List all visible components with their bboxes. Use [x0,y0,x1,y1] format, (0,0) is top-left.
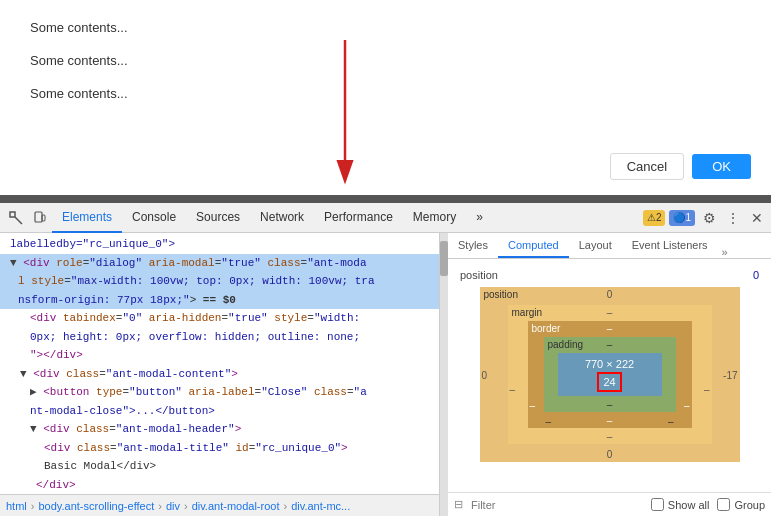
tab-network[interactable]: Network [250,203,314,233]
device-icon[interactable] [28,206,52,230]
html-line3: 0px; height: 0px; overflow: hidden; outl… [0,328,439,347]
html-line-selected3: nsform-origin: 77px 18px;"> == $0 [0,291,439,310]
bm-content: 770 × 222 24 [558,353,662,396]
bm-padding-label: padding [544,337,588,352]
bm-margin-label: margin [508,305,547,320]
html-line-selected: ▼ <div role="dialog" aria-modal="true" c… [0,254,439,273]
tab-computed[interactable]: Computed [498,234,569,258]
html-line9: <div class="ant-modal-title" id="rc_uniq… [0,439,439,458]
position-label: position [460,269,498,281]
svg-rect-5 [42,215,45,221]
info-icon: 🔵 [673,212,685,223]
html-line11: </div> [0,476,439,495]
inspect-icon[interactable] [4,206,28,230]
bm-padding-top: – [607,339,613,350]
bm-top-pos: 0 [607,289,613,300]
tab-more[interactable]: » [466,203,493,233]
breadcrumb-modal[interactable]: div.ant-mc... [291,500,350,512]
svg-rect-4 [35,212,42,222]
bm-border-right: – [684,400,690,411]
tab-performance[interactable]: Performance [314,203,403,233]
bm-content-bottom: 24 [603,376,615,388]
modal-buttons: Cancel OK [610,153,751,180]
filter-icon: ⊟ [454,498,463,511]
tab-layout[interactable]: Layout [569,234,622,258]
box-model-visual: position 0 -17 0 0 margin – – – – [480,287,740,462]
html-line: labelledby="rc_unique_0"> [0,235,439,254]
bm-bottom-pos: 0 [607,449,613,460]
tab-sources[interactable]: Sources [186,203,250,233]
position-value: 0 [753,269,759,281]
show-all-group: Show all [651,498,710,511]
svg-rect-2 [10,212,15,217]
styles-panel: Styles Computed Layout Event Listeners »… [448,233,771,516]
tab-styles[interactable]: Styles [448,234,498,258]
position-row: position 0 [456,267,763,283]
more-options-icon[interactable]: ⋮ [723,208,743,228]
breadcrumb-modal-root[interactable]: div.ant-modal-root [192,500,280,512]
tab-console[interactable]: Console [122,203,186,233]
styles-tab-more[interactable]: » [718,246,732,258]
bm-margin-left: – [510,384,516,395]
modal-line-1: Some contents... [30,20,741,35]
bm-border-left: – [530,400,536,411]
bm-margin-bottom: – [607,431,613,442]
close-devtools-icon[interactable]: ✕ [747,208,767,228]
tab-memory[interactable]: Memory [403,203,466,233]
scroll-thumb [440,241,448,276]
bm-margin-right: – [704,384,710,395]
html-panel: labelledby="rc_unique_0"> ▼ <div role="d… [0,233,440,516]
filter-bar: ⊟ Show all Group [448,492,771,516]
ok-button[interactable]: OK [692,154,751,179]
bm-right-pos: -17 [723,369,737,380]
bm-padding-bottom: – [607,399,613,410]
box-model-area: position 0 position 0 -17 0 0 m [448,259,771,492]
group-group: Group [717,498,765,511]
filter-input[interactable] [471,499,643,511]
html-line10: Basic Modal</div> [0,457,439,476]
devtools-body: labelledby="rc_unique_0"> ▼ <div role="d… [0,233,771,516]
devtools-tab-bar: Elements Console Sources Network Perform… [0,203,771,233]
html-line7: nt-modal-close">...</button> [0,402,439,421]
cancel-button[interactable]: Cancel [610,153,684,180]
bm-border-label: border [528,321,565,336]
bm-margin-top: – [607,307,613,318]
html-line2: <div tabindex="0" aria-hidden="true" sty… [0,309,439,328]
svg-line-3 [15,217,22,224]
breadcrumb-body[interactable]: body.ant-scrolling-effect [38,500,154,512]
modal-line-3: Some contents... [30,86,741,101]
bm-content-size: 770 × 222 [585,358,634,370]
html-line4: "></div> [0,346,439,365]
scroll-bar[interactable] [440,233,448,516]
group-checkbox[interactable] [717,498,730,511]
tab-event-listeners[interactable]: Event Listeners [622,234,718,258]
show-all-checkbox[interactable] [651,498,664,511]
breadcrumb-html[interactable]: html [6,500,27,512]
warning-icon: ⚠ [647,212,656,223]
bm-padding-left: – [546,416,552,427]
tab-elements[interactable]: Elements [52,203,122,233]
html-line-selected2: l style="max-width: 100vw; top: 0px; wid… [0,272,439,291]
group-label: Group [734,499,765,511]
devtools-panel: Elements Console Sources Network Perform… [0,203,771,516]
breadcrumb-div[interactable]: div [166,500,180,512]
bm-border-bottom: – [607,415,613,426]
modal-line-2: Some contents... [30,53,741,68]
html-source[interactable]: labelledby="rc_unique_0"> ▼ <div role="d… [0,233,439,494]
devtools-actions: ⚠ 2 🔵 1 ⚙ ⋮ ✕ [643,208,767,228]
breadcrumb-bar: html › body.ant-scrolling-effect › div ›… [0,494,439,516]
info-badge[interactable]: 🔵 1 [669,210,695,226]
html-line5: ▼ <div class="ant-modal-content"> [0,365,439,384]
bm-content-bottom-box: 24 [597,372,621,392]
show-all-label: Show all [668,499,710,511]
html-line6: ▶ <button type="button" aria-label="Clos… [0,383,439,402]
warning-badge[interactable]: ⚠ 2 [643,210,666,226]
settings-icon[interactable]: ⚙ [699,208,719,228]
html-line8: ▼ <div class="ant-modal-header"> [0,420,439,439]
bm-left-pos: 0 [482,369,488,380]
bm-padding-right: – [668,416,674,427]
styles-tab-bar: Styles Computed Layout Event Listeners » [448,233,771,259]
bm-position-label: position [480,287,522,302]
bm-border-top: – [607,323,613,334]
